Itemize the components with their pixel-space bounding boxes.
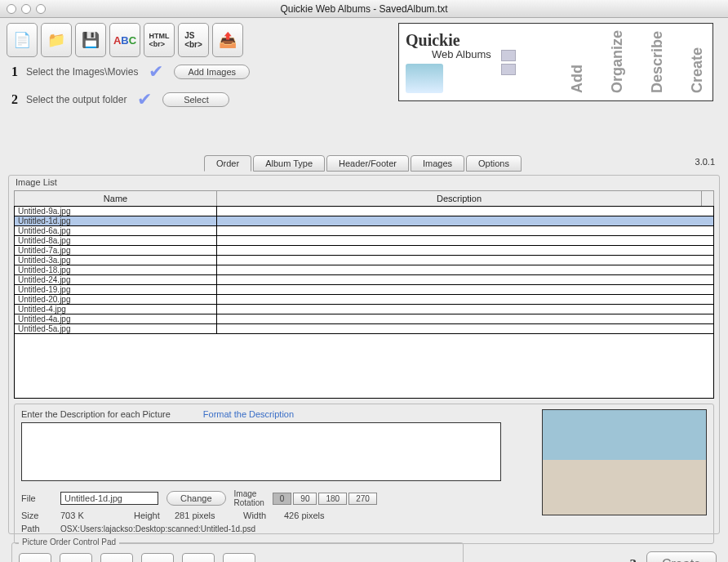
row-desc xyxy=(217,285,713,295)
tab-order[interactable]: Order xyxy=(204,155,251,172)
size-label: Size xyxy=(21,511,52,520)
rotation-270-button[interactable]: 270 xyxy=(348,493,377,505)
row-desc xyxy=(217,314,713,324)
row-name: Untitled-19.jpg xyxy=(15,285,217,295)
image-list-title: Image List xyxy=(9,176,719,189)
create-button[interactable]: Create xyxy=(646,551,717,562)
add-images-button[interactable]: Add Images xyxy=(174,65,250,79)
row-name: Untitled-18.jpg xyxy=(15,265,217,275)
description-textarea[interactable] xyxy=(21,422,501,481)
js-button[interactable]: JS<br> xyxy=(178,23,209,57)
table-row[interactable]: Untitled-4.jpg xyxy=(15,305,713,314)
banner-word-organize: Organize xyxy=(609,30,626,93)
path-value: OSX:Users:lajackso:Desktop:scanned:Untit… xyxy=(60,524,255,533)
image-preview xyxy=(542,409,707,515)
table-row[interactable]: Untitled-3a.jpg xyxy=(15,256,713,265)
open-folder-button[interactable]: 📁 xyxy=(41,23,72,57)
rotation-0-button[interactable]: 0 xyxy=(273,493,292,505)
table-row[interactable]: Untitled-7a.jpg xyxy=(15,246,713,256)
control-pad-label: Picture Order Control Pad xyxy=(19,537,119,546)
row-name: Untitled-4a.jpg xyxy=(15,314,217,324)
row-desc xyxy=(217,295,713,305)
file-label: File xyxy=(21,493,52,503)
export-button[interactable]: 📤 xyxy=(212,23,243,57)
step-1-text: Select the Images\Movies xyxy=(26,66,138,78)
table-row[interactable]: Untitled-19.jpg xyxy=(15,285,713,295)
path-label: Path xyxy=(21,524,52,533)
format-description-link[interactable]: Format the Description xyxy=(203,409,294,419)
move-up-button[interactable]: ⌃ xyxy=(223,553,255,562)
move-down-button[interactable]: ⌄ xyxy=(60,553,92,562)
tabs-row: OrderAlbum TypeHeader/FooterImagesOption… xyxy=(0,154,728,172)
row-name: Untitled-7a.jpg xyxy=(15,246,217,256)
file-name-input[interactable]: Untitled-1d.jpg xyxy=(60,492,158,505)
select-folder-button[interactable]: Select xyxy=(162,92,229,107)
col-name-header[interactable]: Name xyxy=(15,191,217,206)
window-title: Quickie Web Albums - SavedAlbum.txt xyxy=(0,3,728,15)
table-row[interactable]: Untitled-4a.jpg xyxy=(15,314,713,324)
swap-button[interactable]: ‹•› xyxy=(100,553,133,562)
text-button[interactable]: ABC xyxy=(109,23,140,57)
width-value: 426 pixels xyxy=(284,511,325,520)
titlebar: Quickie Web Albums - SavedAlbum.txt xyxy=(0,0,728,18)
check-icon: ✔ xyxy=(135,90,154,109)
banner-title: Quickie xyxy=(406,31,491,50)
table-row[interactable]: Untitled-24.jpg xyxy=(15,275,713,285)
step-2-text: Select the output folder xyxy=(26,94,127,105)
new-doc-button[interactable]: 📄 xyxy=(7,23,38,57)
row-desc xyxy=(217,305,713,314)
table-row[interactable]: Untitled-9a.jpg xyxy=(15,207,713,216)
row-name: Untitled-6a.jpg xyxy=(15,226,217,236)
row-desc xyxy=(217,275,713,285)
tab-album-type[interactable]: Album Type xyxy=(253,155,325,172)
table-header: Name Description xyxy=(14,190,714,206)
rotation-180-button[interactable]: 180 xyxy=(318,493,347,505)
banner-word-create: Create xyxy=(689,30,706,93)
row-name: Untitled-4.jpg xyxy=(15,305,217,314)
shuffle-button[interactable]: •› xyxy=(182,553,215,562)
banner-word-describe: Describe xyxy=(649,30,666,93)
rotation-90-button[interactable]: 90 xyxy=(293,493,317,505)
table-row[interactable]: Untitled-8a.jpg xyxy=(15,236,713,246)
check-icon: ✔ xyxy=(146,62,166,82)
size-value: 703 K xyxy=(60,511,126,520)
image-list-body[interactable]: Untitled-9a.jpgUntitled-1d.jpgUntitled-6… xyxy=(14,206,714,399)
row-name: Untitled-3a.jpg xyxy=(15,256,217,265)
row-desc xyxy=(217,236,713,246)
rotate-button[interactable]: ↻ xyxy=(141,553,174,562)
html-button[interactable]: HTML<br> xyxy=(144,23,175,57)
table-row[interactable]: Untitled-5a.jpg xyxy=(15,324,713,334)
col-desc-header[interactable]: Description xyxy=(217,191,702,206)
row-name: Untitled-1d.jpg xyxy=(15,216,217,226)
banner-word-add: Add xyxy=(569,30,586,93)
enter-description-label: Enter the Description for each Picture xyxy=(21,409,171,419)
table-row[interactable]: Untitled-18.jpg xyxy=(15,265,713,275)
delete-button[interactable]: ✕ xyxy=(19,553,51,562)
tab-header-footer[interactable]: Header/Footer xyxy=(326,155,409,172)
table-row[interactable]: Untitled-1d.jpg xyxy=(15,216,713,226)
row-name: Untitled-24.jpg xyxy=(15,275,217,285)
row-name: Untitled-5a.jpg xyxy=(15,324,217,334)
step-1-num: 1 xyxy=(11,65,18,79)
step-3-num: 3 xyxy=(629,556,637,562)
row-desc xyxy=(217,324,713,334)
version-label: 3.0.1 xyxy=(695,157,715,167)
banner-subtitle: Web Albums xyxy=(432,48,491,60)
table-row[interactable]: Untitled-6a.jpg xyxy=(15,226,713,236)
row-name: Untitled-9a.jpg xyxy=(15,207,217,216)
row-desc xyxy=(217,246,713,256)
tab-images[interactable]: Images xyxy=(411,155,464,172)
height-value: 281 pixels xyxy=(175,511,235,520)
row-desc xyxy=(217,256,713,265)
change-file-button[interactable]: Change xyxy=(166,491,226,506)
row-desc xyxy=(217,265,713,275)
table-row[interactable]: Untitled-20.jpg xyxy=(15,295,713,305)
row-desc xyxy=(217,207,713,216)
step-2-num: 2 xyxy=(11,92,18,107)
width-label: Width xyxy=(243,511,276,520)
tab-options[interactable]: Options xyxy=(466,155,522,172)
row-name: Untitled-8a.jpg xyxy=(15,236,217,246)
save-button[interactable]: 💾 xyxy=(75,23,106,57)
banner: Quickie Web Albums Add Organize Describe… xyxy=(398,23,713,101)
row-desc xyxy=(217,216,713,226)
